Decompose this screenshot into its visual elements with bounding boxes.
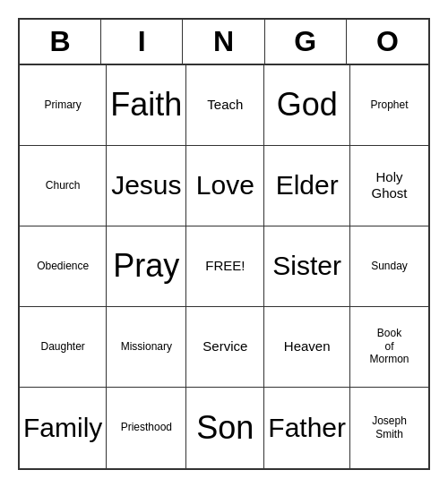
- bingo-cell: Faith: [107, 65, 186, 146]
- bingo-cell: Primary: [20, 65, 107, 146]
- bingo-cell: Priesthood: [107, 388, 186, 468]
- cell-text: Love: [196, 169, 254, 201]
- bingo-cell: Teach: [186, 65, 264, 146]
- cell-text: HolyGhost: [372, 169, 408, 201]
- bingo-cell: BookofMormon: [350, 307, 428, 388]
- bingo-cell: Father: [264, 388, 350, 468]
- cell-text: Jesus: [111, 169, 181, 201]
- bingo-cell: Family: [20, 388, 107, 468]
- bingo-cell: Heaven: [264, 307, 350, 388]
- cell-text: Service: [202, 338, 247, 355]
- cell-text: Son: [196, 408, 254, 447]
- bingo-cell: JosephSmith: [350, 388, 428, 468]
- header-letter: G: [265, 20, 347, 64]
- bingo-cell: FREE!: [186, 226, 264, 307]
- bingo-cell: Pray: [107, 226, 186, 307]
- header-letter: I: [101, 20, 183, 64]
- bingo-cell: Jesus: [107, 146, 186, 226]
- cell-text: Sunday: [371, 260, 408, 272]
- bingo-cell: Elder: [264, 146, 350, 226]
- cell-text: Primary: [45, 98, 82, 111]
- cell-text: FREE!: [205, 258, 245, 274]
- bingo-cell: HolyGhost: [350, 146, 428, 226]
- cell-text: JosephSmith: [372, 414, 407, 440]
- bingo-cell: Missionary: [107, 307, 186, 388]
- cell-text: Father: [268, 412, 346, 444]
- bingo-cell: Prophet: [350, 65, 428, 146]
- cell-text: Pray: [113, 246, 179, 285]
- cell-text: Church: [46, 179, 81, 192]
- bingo-card: BINGO PrimaryFaithTeachGodProphetChurchJ…: [18, 18, 430, 470]
- bingo-cell: Church: [20, 146, 107, 226]
- cell-text: God: [277, 85, 338, 124]
- cell-text: Daughter: [40, 340, 84, 353]
- bingo-cell: Love: [186, 146, 264, 226]
- bingo-cell: Service: [186, 307, 264, 388]
- cell-text: Priesthood: [121, 421, 172, 433]
- cell-text: Teach: [207, 97, 243, 113]
- cell-text: Elder: [276, 169, 339, 201]
- bingo-cell: Sister: [264, 226, 350, 307]
- bingo-header: BINGO: [20, 20, 428, 65]
- cell-text: Sister: [272, 250, 341, 282]
- header-letter: O: [347, 20, 428, 64]
- cell-text: Family: [23, 412, 102, 444]
- bingo-cell: Obedience: [20, 226, 107, 307]
- cell-text: Missionary: [121, 340, 172, 353]
- cell-text: BookofMormon: [370, 327, 409, 365]
- bingo-cell: Sunday: [350, 226, 428, 307]
- bingo-grid: PrimaryFaithTeachGodProphetChurchJesusLo…: [20, 65, 428, 468]
- cell-text: Faith: [110, 85, 182, 124]
- bingo-cell: God: [264, 65, 350, 146]
- cell-text: Heaven: [284, 338, 331, 355]
- bingo-cell: Daughter: [20, 307, 107, 388]
- header-letter: B: [20, 20, 101, 64]
- bingo-cell: Son: [186, 388, 264, 468]
- cell-text: Prophet: [371, 98, 409, 111]
- header-letter: N: [183, 20, 264, 64]
- cell-text: Obedience: [37, 260, 89, 272]
